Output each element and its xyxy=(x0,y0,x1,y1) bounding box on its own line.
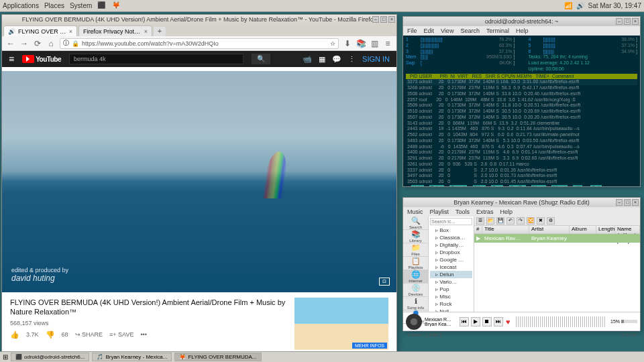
firefox-titlebar[interactable]: FLYING OVER BERMUDA (4K UHD Version!) Am… xyxy=(2,15,396,24)
tree-item[interactable]: ▹ Box xyxy=(430,227,472,234)
tree-item[interactable]: ▹ Rock xyxy=(430,300,472,308)
yt-settings-icon[interactable]: ⋮ xyxy=(348,55,356,64)
tree-item[interactable]: ▹ Null xyxy=(430,308,472,312)
tool-shuffle-icon[interactable]: 🔀 xyxy=(527,217,535,225)
like-button[interactable]: 👍 xyxy=(10,330,19,339)
tab-close-icon[interactable]: × xyxy=(144,28,148,35)
close-button[interactable]: × xyxy=(632,18,639,25)
sidebar-item-playlists[interactable]: 📋Playlists xyxy=(403,257,428,270)
volume-icon[interactable]: 🔊 xyxy=(576,2,584,9)
sidebar-item-devices[interactable]: 💿Devices xyxy=(403,284,428,297)
menu-tools[interactable]: Tools xyxy=(455,208,470,215)
yt-menu-icon[interactable]: ≡ xyxy=(9,54,14,64)
network-icon[interactable]: 📶 xyxy=(564,2,572,9)
downloads-icon[interactable]: ⬇ xyxy=(343,39,352,48)
youtube-logo[interactable]: YouTube xyxy=(22,55,61,63)
sidebar-item-search[interactable]: 🔍Search xyxy=(403,217,428,230)
yt-search-input[interactable] xyxy=(74,56,239,62)
menu-file[interactable]: File xyxy=(407,27,417,34)
maximize-button[interactable]: □ xyxy=(380,16,387,23)
firefox-launcher-icon[interactable]: 🦊 xyxy=(112,1,121,11)
dislike-button[interactable]: 👎 xyxy=(46,330,55,339)
menu-edit[interactable]: Edit xyxy=(424,27,435,34)
clock[interactable]: Sat Mar 30, 19:47 xyxy=(588,2,642,9)
sidebar-item-internet[interactable]: 🌐Internet xyxy=(403,270,428,284)
minimize-button[interactable]: – xyxy=(616,18,623,25)
back-button[interactable]: ← xyxy=(6,39,15,48)
menu-applications[interactable]: Applications xyxy=(3,2,39,9)
love-button[interactable]: ♥ xyxy=(506,318,511,326)
tree-item[interactable]: ▹ Misc xyxy=(430,293,472,300)
music-titlebar[interactable]: Bryan Kearney - Mexican Rave (Shugz Radi… xyxy=(403,198,640,207)
tree-item[interactable]: ▹ Detun xyxy=(430,271,472,278)
ad-thumbnail[interactable]: MEHR INFOS xyxy=(294,298,388,350)
sidebar-icon[interactable]: ▥ xyxy=(370,39,379,48)
tree-item[interactable]: ▹ Classica… xyxy=(430,234,472,241)
tree-item[interactable]: ▹ Dropbox xyxy=(430,249,472,256)
yt-search-button[interactable]: 🔍 xyxy=(252,54,270,64)
menu-music[interactable]: Music xyxy=(407,208,423,215)
prev-button[interactable]: ⏮ xyxy=(460,317,469,326)
tab-close-icon[interactable]: × xyxy=(69,28,72,35)
forward-button[interactable]: → xyxy=(19,39,29,48)
task-firefox[interactable]: 🦊FLYING OVER BERMUDA... xyxy=(174,353,261,361)
bookmark-star-icon[interactable]: ☆ xyxy=(330,40,335,47)
next-button[interactable]: ⏭ xyxy=(494,317,503,326)
yt-search-box[interactable] xyxy=(69,54,244,64)
terminal-launcher-icon[interactable]: ⬛ xyxy=(97,1,107,11)
task-clementine[interactable]: 🎵Bryan Kearney - Mexica... xyxy=(92,353,172,361)
tool-open-icon[interactable]: 📂 xyxy=(486,217,494,225)
more-button[interactable]: ••• xyxy=(140,331,146,338)
library-icon[interactable]: 📚 xyxy=(356,39,366,48)
tool-save-icon[interactable]: 💾 xyxy=(496,217,504,225)
tree-search-input[interactable] xyxy=(430,218,472,225)
menu-terminal[interactable]: Terminal xyxy=(486,27,509,34)
tab-youtube[interactable]: 🔊FLYING OVER BERMU...× xyxy=(3,25,77,36)
play-button[interactable]: ▶ xyxy=(471,317,480,326)
tool-clear-icon[interactable]: ✖ xyxy=(537,217,545,225)
waveform-seek[interactable] xyxy=(516,316,605,327)
share-button[interactable]: ↪ SHARE xyxy=(75,331,103,338)
tool-config-icon[interactable]: ⚙ xyxy=(547,217,555,225)
yt-apps-icon[interactable]: ▦ xyxy=(319,55,325,64)
menu-view[interactable]: View xyxy=(441,27,453,34)
yt-signin-button[interactable]: SIGN IN xyxy=(362,55,390,63)
terminal-titlebar[interactable]: odroid@odroid-stretch64: ~ –□× xyxy=(403,17,640,26)
close-button[interactable]: × xyxy=(388,16,395,23)
tree-item[interactable]: ▹ Icecast xyxy=(430,263,472,271)
sidebar-item-song-info[interactable]: ℹSong info xyxy=(403,297,428,310)
tool-redo-icon[interactable]: ↷ xyxy=(517,217,525,225)
sidebar-item-files[interactable]: 📁Files xyxy=(403,243,428,257)
close-button[interactable]: × xyxy=(632,199,639,206)
playlist-row-playing[interactable]: ▶ Mexican Rav… Bryan Kearney xyxy=(474,234,640,243)
tool-new-icon[interactable]: ☰ xyxy=(476,217,484,225)
menu-icon[interactable]: ≡ xyxy=(383,39,392,48)
menu-places[interactable]: Places xyxy=(44,2,64,9)
minimize-button[interactable]: – xyxy=(372,16,379,23)
maximize-button[interactable]: □ xyxy=(624,18,631,25)
ad-cta-button[interactable]: MEHR INFOS xyxy=(352,343,387,349)
menu-search[interactable]: Search xyxy=(460,27,480,34)
new-tab-button[interactable]: + xyxy=(154,27,166,36)
task-terminal[interactable]: ⬛odroid@odroid-stretch6... xyxy=(11,353,89,361)
reload-button[interactable]: ⟳ xyxy=(33,39,42,48)
tree-item[interactable]: ▹ Pop xyxy=(430,286,472,293)
save-button[interactable]: ≡+ SAVE xyxy=(109,331,133,338)
show-desktop-icon[interactable]: ⊞ xyxy=(3,353,8,361)
url-bar[interactable]: ⓘ 🔒 https://www.youtube.com/watch?v=mA30… xyxy=(60,38,339,49)
menu-playlist[interactable]: Playlist xyxy=(430,208,449,215)
volume-control[interactable]: 15% xyxy=(610,319,637,324)
stop-button[interactable]: ⏹ xyxy=(482,317,492,326)
tool-undo-icon[interactable]: ↶ xyxy=(506,217,515,225)
home-button[interactable]: ⌂ xyxy=(46,39,56,48)
tree-item[interactable]: ▹ Google … xyxy=(430,256,472,263)
minimize-button[interactable]: – xyxy=(616,199,623,206)
cc-badge[interactable]: ⊡ xyxy=(379,278,390,286)
info-icon[interactable]: ⓘ xyxy=(63,39,69,48)
menu-extras[interactable]: Extras xyxy=(476,208,494,215)
sidebar-item-library[interactable]: 📚Library xyxy=(403,230,428,243)
tree-item[interactable]: ▹ Vario… xyxy=(430,278,472,286)
video-player[interactable]: edited & produced by david huting ⊡ xyxy=(2,71,396,292)
yt-messages-icon[interactable]: 💬 xyxy=(332,55,341,64)
yt-create-icon[interactable]: 📹 xyxy=(303,55,312,64)
